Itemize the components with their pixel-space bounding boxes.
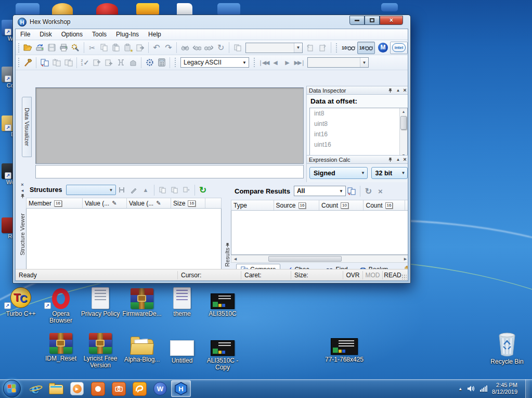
pin-icon[interactable] [388, 157, 395, 162]
data-inspector-list[interactable]: int8 uint8 int16 uint16 ▲ ▼ [309, 108, 408, 160]
column-header-value-1[interactable]: Value (... ✎ [83, 198, 127, 208]
last-document-icon[interactable]: ▶▶❘ [293, 57, 305, 68]
scroll-up-icon[interactable]: ▲ [400, 108, 407, 115]
decimal-offsets-button[interactable]: 10 [340, 42, 357, 54]
scrollbar-thumb[interactable] [400, 116, 407, 130]
close-panel-icon[interactable]: × [21, 182, 23, 188]
desktop-icon-ali3510c[interactable]: ALI3510C [203, 284, 242, 317]
close-button[interactable]: × [380, 16, 403, 25]
maximize-button[interactable] [365, 16, 380, 25]
print-icon[interactable] [58, 42, 70, 54]
encoding-combobox[interactable]: Legacy ASCII ▼ [180, 57, 249, 68]
partial-desktop-icon[interactable] [16, 3, 40, 16]
tray-expand-icon[interactable]: ▲ [458, 387, 462, 391]
desktop-icon-untitled[interactable]: Untitled [162, 331, 202, 364]
taskbar-screen-recorder[interactable] [88, 380, 108, 397]
expression-calc-caption[interactable]: Expression Calc ▴ × [306, 155, 408, 164]
menu-help[interactable]: Help [144, 29, 166, 40]
find-previous-icon[interactable] [191, 42, 203, 54]
open-file-icon[interactable] [22, 42, 34, 54]
radix-16-badge[interactable]: 16 [299, 202, 306, 209]
compare-previous-icon[interactable] [62, 57, 74, 68]
radix-16-badge[interactable]: 16 [188, 200, 196, 207]
append-icon[interactable] [103, 57, 115, 68]
collapse-left-icon[interactable]: ◂ [21, 188, 24, 194]
next-document-icon[interactable]: ▶ [281, 57, 293, 68]
desktop-icon-theme[interactable]: theme [162, 284, 202, 317]
close-panel-icon[interactable]: × [401, 87, 408, 94]
scrollbar-thumb[interactable] [268, 256, 341, 262]
options-gear-icon[interactable] [144, 57, 155, 68]
find-next-icon[interactable] [203, 42, 215, 54]
collapse-icon[interactable]: ▴ [395, 156, 401, 163]
edit-structure-icon[interactable] [128, 184, 140, 196]
menu-tools[interactable]: Tools [87, 29, 111, 40]
list-item[interactable]: uint16 [310, 139, 407, 150]
goto-address-combobox[interactable]: ▼ [245, 43, 303, 53]
menu-plugins[interactable]: Plug-Ins [111, 29, 144, 40]
recompare-icon[interactable]: ↻ [362, 185, 374, 197]
taskbar-windows-explorer[interactable] [46, 380, 66, 397]
compare-files-icon[interactable] [38, 57, 50, 68]
taskbar-wps[interactable]: W [150, 380, 170, 397]
desktop-icon-recycle-bin[interactable]: Recycle Bin [487, 330, 527, 365]
pin-icon[interactable] [388, 88, 395, 93]
toolbar-grip[interactable] [18, 57, 20, 68]
taskbar-hex-workshop[interactable]: H [171, 380, 191, 397]
scrollbar-track[interactable] [239, 255, 401, 262]
paste-icon[interactable] [110, 42, 122, 54]
resize-icon[interactable] [115, 57, 127, 68]
list-item[interactable]: uint8 [310, 119, 407, 129]
menu-disk[interactable]: Disk [35, 29, 56, 40]
resize-grip[interactable] [401, 274, 407, 279]
refresh-structures-icon[interactable]: ↻ [197, 184, 209, 196]
fill-icon[interactable] [127, 57, 139, 68]
desktop-icon-ali3510c-copy[interactable]: ALI3510C - Copy [203, 331, 242, 371]
goto-forward-icon[interactable] [305, 42, 317, 54]
toolbar-grip[interactable] [253, 57, 256, 68]
partial-desktop-icon[interactable] [177, 3, 192, 16]
previous-document-icon[interactable]: ◀ [269, 57, 281, 68]
signed-select[interactable]: Signed ▼ [309, 167, 368, 179]
toolbar-grip[interactable] [335, 43, 338, 53]
insert-icon[interactable] [91, 57, 103, 68]
status-ovr[interactable]: OVR [343, 271, 363, 279]
preferences-wrench-icon[interactable] [70, 42, 82, 54]
minimize-button[interactable] [349, 16, 365, 25]
status-read[interactable]: READ [383, 271, 403, 279]
desktop-icon-turbo-cpp[interactable]: TC ↗ Turbo C++ [1, 284, 41, 317]
tray-clock[interactable]: 2:45 PM 8/12/2019 [492, 382, 521, 395]
motorola-byte-order-button[interactable]: M [376, 42, 390, 54]
hex-editor-area[interactable] [35, 87, 304, 164]
volume-icon[interactable] [467, 385, 475, 392]
pencil-icon[interactable]: ✎ [112, 200, 116, 207]
status-mod[interactable]: MOD [363, 271, 383, 279]
open-drive-icon[interactable] [34, 42, 46, 54]
partial-desktop-icon[interactable] [217, 3, 240, 16]
taskbar-internet-explorer[interactable]: e [25, 380, 45, 397]
bits-select[interactable]: 32 bit ▼ [371, 167, 408, 179]
undo-icon[interactable]: ↶ [151, 42, 163, 54]
desktop-icon-alpha-blog[interactable]: Alpha-Blog... [122, 330, 162, 363]
show-desktop-button[interactable] [525, 379, 530, 398]
copy-member-icon[interactable] [157, 184, 168, 196]
intel-byte-order-button[interactable]: intel [390, 42, 408, 54]
clear-results-icon[interactable]: × [374, 185, 386, 197]
radix-16-badge[interactable]: 16 [54, 200, 62, 207]
checksum-icon[interactable]: 21✓ [79, 57, 91, 68]
document-combobox[interactable]: ▼ [307, 57, 369, 68]
goto-back-icon[interactable] [317, 42, 329, 54]
paste-special-icon[interactable]: ★ [122, 42, 134, 54]
desktop-icon-privacy-policy[interactable]: Privacy Policy [81, 284, 120, 317]
start-button[interactable] [3, 380, 21, 397]
compare-filter-combobox[interactable]: All ▼ [294, 186, 346, 196]
partial-desktop-icon[interactable] [381, 3, 398, 11]
desktop-icon-lyricist[interactable]: Lyricist Free Version [81, 329, 120, 369]
toolbar-grip[interactable] [174, 57, 177, 68]
redo-icon[interactable]: ↷ [162, 42, 174, 54]
export-icon[interactable] [134, 42, 146, 54]
data-visualizer-tab[interactable]: Data Visualizer [22, 97, 32, 157]
radix-10-badge[interactable]: 10 [341, 202, 348, 209]
structures-combobox[interactable]: ▼ [66, 185, 116, 195]
save-icon[interactable] [46, 42, 58, 54]
